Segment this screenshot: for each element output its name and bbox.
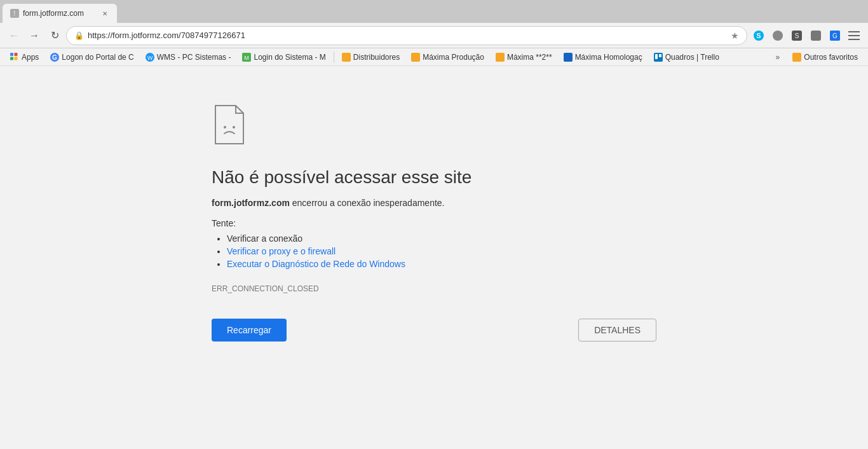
svg-rect-11 bbox=[848, 35, 860, 36]
apps-grid-icon bbox=[10, 53, 19, 62]
active-tab[interactable]: ! form.jotformz.com ✕ bbox=[3, 4, 117, 23]
svg-text:W: W bbox=[147, 55, 153, 61]
maxima-producao-favicon bbox=[411, 53, 420, 62]
extension-icon-3[interactable] bbox=[807, 27, 825, 45]
nav-right-icons: S S G bbox=[750, 27, 863, 45]
trello-favicon bbox=[654, 53, 663, 62]
tab-title: form.jotformz.com bbox=[23, 9, 97, 18]
bookmark-other-bookmarks-label: Outros favoritos bbox=[804, 53, 858, 62]
svg-text:S: S bbox=[756, 32, 761, 39]
bookmark-login-sistema-label: Login do Sistema - M bbox=[254, 53, 325, 62]
browser-chrome: ! form.jotformz.com ✕ ← → ↻ 🔒 ★ S bbox=[0, 0, 868, 449]
distribuidores-favicon bbox=[342, 53, 351, 62]
svg-rect-23 bbox=[342, 53, 351, 62]
reload-page-button[interactable]: Recarregar bbox=[212, 319, 287, 342]
svg-text:M: M bbox=[245, 55, 250, 61]
suggestion-run-diagnostic: Executar o Diagnóstico de Rede do Window… bbox=[227, 259, 656, 269]
svg-rect-10 bbox=[848, 31, 860, 32]
error-page-icon bbox=[212, 104, 247, 145]
bookmark-logon-portal-label: Logon do Portal de C bbox=[62, 53, 133, 62]
bookmark-logon-portal[interactable]: G Logon do Portal de C bbox=[45, 50, 139, 65]
svg-point-4 bbox=[773, 31, 783, 41]
chrome-menu-button[interactable] bbox=[845, 27, 863, 45]
svg-rect-28 bbox=[655, 54, 658, 59]
bookmark-maxima-2[interactable]: Máxima **2** bbox=[491, 50, 557, 65]
svg-rect-16 bbox=[15, 57, 18, 60]
address-bar[interactable]: 🔒 ★ bbox=[66, 26, 747, 45]
suggestion-check-connection-text: Verificar a conexão bbox=[227, 233, 302, 244]
nav-bar: ← → ↻ 🔒 ★ S S G bbox=[0, 23, 868, 48]
bookmark-star-icon[interactable]: ★ bbox=[731, 31, 739, 41]
svg-text:!: ! bbox=[14, 10, 16, 17]
error-suggestions-list: Verificar a conexão Verificar o proxy e … bbox=[212, 233, 656, 269]
bookmark-quadros-trello[interactable]: Quadros | Trello bbox=[649, 50, 724, 65]
svg-rect-29 bbox=[659, 54, 661, 57]
google-favicon: G bbox=[50, 53, 59, 62]
lock-icon: 🔒 bbox=[74, 31, 84, 40]
suggestion-run-diagnostic-link[interactable]: Executar o Diagnóstico de Rede do Window… bbox=[227, 259, 405, 269]
svg-rect-26 bbox=[564, 53, 573, 62]
svg-rect-14 bbox=[15, 53, 18, 56]
svg-point-32 bbox=[233, 126, 235, 128]
wms-favicon: W bbox=[146, 53, 154, 62]
svg-rect-24 bbox=[411, 53, 420, 62]
forward-button[interactable]: → bbox=[25, 27, 43, 45]
error-title: Não é possível acessar esse site bbox=[212, 167, 656, 188]
tab-bar: ! form.jotformz.com ✕ bbox=[0, 0, 868, 23]
other-bookmarks-icon bbox=[792, 53, 801, 62]
tab-close-button[interactable]: ✕ bbox=[100, 9, 109, 18]
page-content: Não é possível acessar esse site form.jo… bbox=[0, 66, 868, 449]
svg-rect-30 bbox=[792, 53, 801, 62]
bookmark-login-sistema[interactable]: M Login do Sistema - M bbox=[237, 50, 330, 65]
error-buttons: Recarregar DETALHES bbox=[212, 319, 656, 342]
tab-favicon: ! bbox=[10, 9, 19, 18]
maxima-2-favicon bbox=[496, 53, 505, 62]
svg-text:G: G bbox=[52, 54, 57, 61]
error-subtitle: form.jotformz.com encerrou a conexão ine… bbox=[212, 198, 656, 208]
svg-rect-15 bbox=[10, 57, 13, 60]
bookmark-maxima-2-label: Máxima **2** bbox=[507, 53, 552, 62]
svg-rect-12 bbox=[848, 39, 860, 40]
bookmark-separator-1 bbox=[334, 52, 334, 63]
login-favicon: M bbox=[242, 53, 251, 62]
details-button[interactable]: DETALHES bbox=[578, 319, 656, 342]
extension-icon-1[interactable] bbox=[769, 27, 787, 45]
error-code: ERR_CONNECTION_CLOSED bbox=[212, 284, 656, 293]
error-container: Não é possível acessar esse site form.jo… bbox=[212, 104, 656, 342]
bookmark-maxima-homologa[interactable]: Máxima Homologaç bbox=[559, 50, 648, 65]
svg-rect-7 bbox=[811, 31, 821, 41]
bookmark-other-bookmarks[interactable]: Outros favoritos bbox=[787, 50, 863, 65]
bookmark-wms-label: WMS - PC Sistemas - bbox=[157, 53, 231, 62]
error-domain: form.jotformz.com bbox=[212, 198, 290, 208]
error-try-label: Tente: bbox=[212, 218, 656, 228]
svg-rect-25 bbox=[496, 53, 505, 62]
extension-icon-4[interactable]: G bbox=[826, 27, 844, 45]
skype-extension-icon[interactable]: S bbox=[750, 27, 768, 45]
error-icon-wrapper bbox=[212, 104, 656, 147]
svg-text:S: S bbox=[795, 32, 799, 39]
suggestion-check-proxy-link[interactable]: Verificar o proxy e o firewall bbox=[227, 246, 336, 256]
svg-point-31 bbox=[224, 126, 226, 128]
back-button[interactable]: ← bbox=[5, 27, 23, 45]
suggestion-check-proxy: Verificar o proxy e o firewall bbox=[227, 246, 656, 256]
url-input[interactable] bbox=[88, 31, 727, 40]
svg-rect-13 bbox=[10, 53, 13, 56]
bookmark-quadros-trello-label: Quadros | Trello bbox=[665, 53, 719, 62]
maxima-homologa-favicon bbox=[564, 53, 573, 62]
bookmark-distribuidores[interactable]: Distribuidores bbox=[337, 50, 405, 65]
bookmark-maxima-homologa-label: Máxima Homologaç bbox=[575, 53, 642, 62]
bookmark-maxima-producao-label: Máxima Produção bbox=[423, 53, 484, 62]
reload-button[interactable]: ↻ bbox=[46, 27, 64, 45]
extension-icon-2[interactable]: S bbox=[788, 27, 806, 45]
bookmarks-more-button[interactable]: » bbox=[772, 52, 784, 63]
suggestion-check-connection: Verificar a conexão bbox=[227, 233, 656, 244]
bookmark-maxima-producao[interactable]: Máxima Produção bbox=[406, 50, 489, 65]
error-subtitle-text: encerrou a conexão inesperadamente. bbox=[290, 198, 445, 208]
apps-label: Apps bbox=[22, 53, 39, 62]
bookmarks-bar: Apps G Logon do Portal de C W WMS - PC S… bbox=[0, 48, 868, 66]
bookmarks-apps[interactable]: Apps bbox=[5, 50, 44, 65]
bookmark-distribuidores-label: Distribuidores bbox=[353, 53, 400, 62]
bookmark-wms[interactable]: W WMS - PC Sistemas - bbox=[140, 50, 236, 65]
svg-text:G: G bbox=[832, 32, 837, 39]
